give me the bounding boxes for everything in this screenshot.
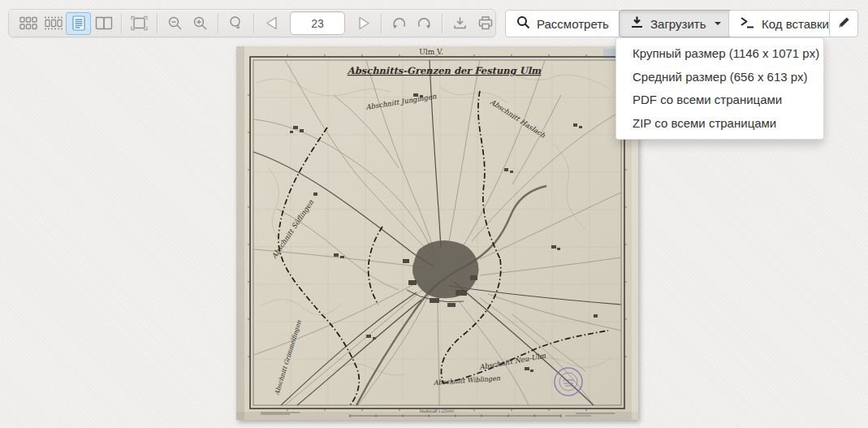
rotate-right-button[interactable] bbox=[412, 12, 437, 35]
toolbar-separator bbox=[442, 14, 443, 33]
rotate-right-icon bbox=[416, 15, 433, 31]
toolbar-separator bbox=[381, 14, 382, 33]
pencil-icon bbox=[837, 15, 851, 32]
edit-button[interactable] bbox=[829, 10, 858, 37]
zoom-out-icon bbox=[167, 15, 183, 31]
embed-button-label: Код вставки bbox=[762, 17, 829, 31]
download-icon bbox=[452, 15, 468, 31]
print-icon bbox=[477, 15, 494, 31]
download-menu-button[interactable]: Загрузить bbox=[619, 10, 732, 37]
viewer-stage: Рассмотреть Загрузить Код вставки Крупны… bbox=[0, 0, 868, 428]
thumbnails-strip-icon bbox=[44, 16, 63, 30]
download-icon bbox=[630, 15, 644, 32]
thumbnails-grid-icon bbox=[19, 16, 37, 30]
thumbnails-strip-button[interactable] bbox=[41, 12, 66, 35]
magnifier-icon bbox=[228, 15, 244, 31]
menu-item-medium-size[interactable]: Средний размер (656 x 613 px) bbox=[616, 66, 823, 89]
menu-item-large-size[interactable]: Крупный размер (1146 x 1071 px) bbox=[616, 42, 823, 66]
toolbar-separator bbox=[218, 14, 218, 33]
menu-item-zip-all[interactable]: ZIP со всеми страницами bbox=[616, 112, 823, 136]
previous-page-button[interactable] bbox=[259, 12, 284, 35]
terminal-icon bbox=[740, 15, 755, 32]
zoom-in-icon bbox=[192, 15, 208, 31]
map-heading: Abschnitts-Grenzen der Festung Ulm bbox=[347, 65, 542, 76]
map-scale-label: Maßstab 1:25000 bbox=[420, 409, 455, 413]
rotate-left-icon bbox=[391, 15, 408, 31]
single-page-icon bbox=[72, 15, 85, 31]
toolbar-separator bbox=[157, 14, 158, 33]
two-page-book-icon bbox=[94, 15, 114, 31]
caret-down-icon bbox=[715, 22, 721, 25]
download-button-label: Загрузить bbox=[650, 17, 706, 31]
rotate-left-button[interactable] bbox=[386, 12, 412, 35]
fit-screen-button[interactable] bbox=[127, 12, 152, 35]
zoom-out-button[interactable] bbox=[162, 12, 188, 35]
zoom-in-button[interactable] bbox=[188, 12, 213, 35]
fit-screen-icon bbox=[131, 15, 148, 31]
magnifier-tool-button[interactable] bbox=[223, 12, 248, 35]
next-page-button[interactable] bbox=[351, 12, 376, 35]
download-page-button[interactable] bbox=[447, 12, 473, 35]
view-button-label: Рассмотреть bbox=[537, 17, 609, 31]
print-button[interactable] bbox=[473, 12, 498, 35]
map-sheet-title: Ulm V. bbox=[419, 48, 443, 56]
search-icon bbox=[516, 15, 530, 32]
view-button[interactable]: Рассмотреть bbox=[505, 10, 620, 37]
thumbnails-grid-button[interactable] bbox=[15, 12, 41, 35]
menu-item-pdf-all[interactable]: PDF со всеми страницами bbox=[616, 89, 823, 112]
toolbar-separator bbox=[253, 14, 254, 33]
page-canvas[interactable]: Ulm V. bbox=[236, 46, 638, 420]
next-page-icon bbox=[356, 15, 372, 31]
embed-code-button[interactable]: Код вставки bbox=[728, 10, 840, 37]
download-menu: Крупный размер (1146 x 1071 px) Средний … bbox=[615, 37, 824, 140]
single-page-button[interactable] bbox=[66, 12, 91, 35]
toolbar-separator bbox=[121, 14, 122, 33]
previous-page-icon bbox=[264, 15, 280, 31]
two-page-book-button[interactable] bbox=[91, 12, 116, 35]
page-number-input[interactable] bbox=[290, 11, 345, 35]
viewer-toolbar bbox=[8, 9, 496, 37]
map-paper bbox=[236, 46, 638, 420]
